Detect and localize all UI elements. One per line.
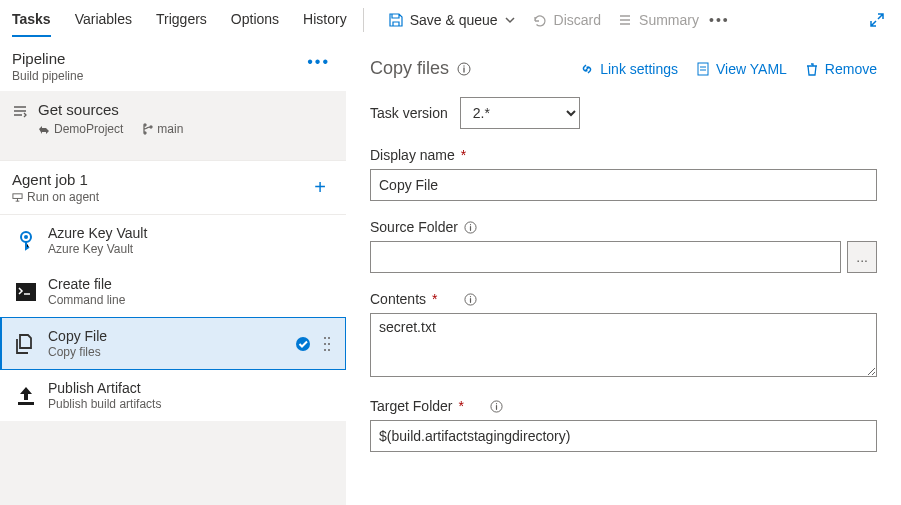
- svg-rect-11: [18, 402, 34, 405]
- link-icon: [580, 62, 594, 76]
- task-status-icon: [295, 336, 311, 352]
- svg-point-8: [328, 343, 330, 345]
- discard-label: Discard: [554, 12, 601, 28]
- svg-point-9: [324, 349, 326, 351]
- save-icon: [388, 12, 404, 28]
- task-row-publish-artifact[interactable]: Publish ArtifactPublish build artifacts: [0, 370, 346, 421]
- browse-button[interactable]: ...: [847, 241, 877, 273]
- save-queue-label: Save & queue: [410, 12, 498, 28]
- contents-label: Contents: [370, 291, 426, 307]
- list-icon: [617, 12, 633, 28]
- task-row-azure-key-vault[interactable]: Azure Key VaultAzure Key Vault: [0, 215, 346, 266]
- tab-variables[interactable]: Variables: [75, 3, 132, 37]
- pipeline-row[interactable]: Pipeline Build pipeline •••: [0, 40, 346, 91]
- pipeline-subtitle: Build pipeline: [12, 69, 83, 83]
- tab-tasks[interactable]: Tasks: [12, 3, 51, 37]
- panel-title: Copy files: [370, 58, 471, 79]
- undo-icon: [532, 12, 548, 28]
- agent-job-row[interactable]: Agent job 1 Run on agent +: [0, 160, 346, 215]
- pipeline-tree: Pipeline Build pipeline ••• Get sources …: [0, 40, 346, 505]
- task-details-panel: Copy files Link settings View YAML Remov…: [346, 40, 901, 505]
- svg-point-5: [324, 337, 326, 339]
- agent-icon: [12, 192, 23, 203]
- remove-button[interactable]: Remove: [805, 61, 877, 77]
- add-task-button[interactable]: +: [306, 172, 334, 203]
- divider: [363, 8, 364, 32]
- get-sources-row[interactable]: Get sources DemoProject main: [0, 91, 346, 148]
- svg-point-6: [328, 337, 330, 339]
- drag-handle-icon[interactable]: [321, 335, 333, 353]
- contents-textarea[interactable]: secret.txt: [370, 313, 877, 377]
- view-yaml-button[interactable]: View YAML: [696, 61, 787, 77]
- source-folder-label: Source Folder: [370, 219, 458, 235]
- trash-icon: [805, 62, 819, 76]
- task-row-create-file[interactable]: Create fileCommand line: [0, 266, 346, 317]
- info-icon[interactable]: [464, 293, 477, 306]
- svg-point-2: [24, 235, 28, 239]
- display-name-input[interactable]: [370, 169, 877, 201]
- more-actions-button[interactable]: •••: [707, 8, 732, 32]
- svg-point-10: [328, 349, 330, 351]
- sources-title: Get sources: [38, 101, 183, 118]
- info-icon[interactable]: [464, 221, 477, 234]
- more-icon: •••: [709, 12, 730, 28]
- source-folder-input[interactable]: [370, 241, 841, 273]
- svg-rect-3: [16, 283, 36, 301]
- terminal-icon: [14, 280, 38, 304]
- svg-point-4: [296, 337, 310, 351]
- repo-chip: DemoProject: [38, 122, 123, 136]
- info-icon[interactable]: [490, 400, 503, 413]
- chevron-down-icon: [504, 14, 516, 26]
- summary-button: Summary: [609, 8, 707, 32]
- display-name-label: Display name: [370, 147, 455, 163]
- save-queue-button[interactable]: Save & queue: [380, 8, 524, 32]
- tab-options[interactable]: Options: [231, 3, 279, 37]
- target-folder-label: Target Folder: [370, 398, 452, 414]
- svg-rect-13: [698, 63, 708, 75]
- required-mark: *: [432, 291, 437, 307]
- fullscreen-button[interactable]: [865, 8, 889, 32]
- svg-rect-0: [13, 193, 22, 198]
- tab-triggers[interactable]: Triggers: [156, 3, 207, 37]
- task-row-copy-file[interactable]: Copy FileCopy files: [0, 317, 346, 370]
- publish-icon: [14, 384, 38, 408]
- tabs: Tasks Variables Triggers Options History: [12, 0, 347, 39]
- keyvault-icon: [14, 229, 38, 253]
- yaml-icon: [696, 62, 710, 76]
- branch-chip: main: [141, 122, 183, 136]
- summary-label: Summary: [639, 12, 699, 28]
- job-title: Agent job 1: [12, 171, 99, 188]
- target-folder-input[interactable]: [370, 420, 877, 452]
- required-mark: *: [461, 147, 466, 163]
- pipeline-title: Pipeline: [12, 50, 83, 67]
- task-version-select[interactable]: 2.*: [460, 97, 580, 129]
- info-icon[interactable]: [457, 62, 471, 76]
- task-version-label: Task version: [370, 105, 448, 121]
- job-subtitle: Run on agent: [27, 190, 99, 204]
- svg-point-7: [324, 343, 326, 345]
- sources-icon: [12, 103, 28, 136]
- link-settings-button[interactable]: Link settings: [580, 61, 678, 77]
- pipeline-more-button[interactable]: •••: [303, 50, 334, 74]
- required-mark: *: [458, 398, 463, 414]
- copy-icon: [14, 332, 38, 356]
- discard-button: Discard: [524, 8, 609, 32]
- tab-history[interactable]: History: [303, 3, 347, 37]
